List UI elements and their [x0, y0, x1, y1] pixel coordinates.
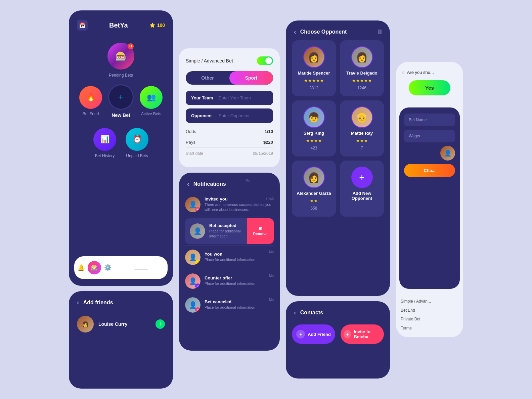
options-icon[interactable]: ⁞⁞	[378, 28, 382, 36]
notif-content-3: Counter offer Place for additional infor…	[205, 275, 274, 286]
toggle-label: Simple / Advanced Bet	[186, 58, 233, 63]
active-bets-label: Active Bets	[141, 112, 161, 116]
bottom-circles: 📊 Bet History ⏰ Unpaid Bets	[93, 128, 148, 158]
opponent-score-maude: 3312	[309, 86, 318, 90]
notification-bet-canceled[interactable]: 👤 ✕ Bet canceled Place for additional in…	[179, 293, 280, 317]
notifications-card: ‹ Notifications 👤 ✉ Invited you There ar…	[179, 173, 280, 351]
active-bets-section: 👥 Active Bets	[140, 86, 163, 116]
opponent-alexander[interactable]: 👩 Alexander Garza ★★ 658	[292, 161, 336, 217]
notif-title-2: You won	[205, 252, 274, 257]
pays-label: Pays	[186, 140, 195, 145]
main-grid: 🎰 +9 Pending Bets 🔥 Bet Feed + New Bet	[69, 36, 173, 253]
wager-label: Wager	[409, 134, 420, 138]
opponent-maude[interactable]: 👩 Maude Spencer ★★★★★ 3312	[292, 40, 336, 96]
opponent-field[interactable]: Opponent Enter Opponent	[186, 108, 273, 123]
your-team-field[interactable]: Your Team Enter Your Team	[186, 91, 273, 105]
tab-settings[interactable]: ⚙️	[101, 261, 115, 274]
notif-title-1: Bet accepted	[209, 223, 242, 228]
choose-opponent-card: ‹ Choose Opponent ⁞⁞ 👩 Maude Spencer ★★★…	[286, 20, 390, 296]
tab-sport[interactable]: Sport	[229, 71, 273, 85]
notif-avatar-4: 👤 ✕	[185, 297, 201, 313]
settings-item-2: Private Bet	[401, 315, 458, 323]
contacts-title: Contacts	[300, 310, 323, 316]
notification-you-won[interactable]: 👤 🏆 You won Place for additional informa…	[179, 246, 280, 269]
opponent-mattie[interactable]: 👴 Mattie Ray ★★★ 7	[340, 100, 384, 157]
notifications-header: ‹ Notifications	[179, 173, 280, 192]
settings-item-3: Terms	[401, 324, 458, 332]
opponent-travis[interactable]: 👩 Travis Delgado ★★★★★ 1246	[340, 40, 384, 96]
opponent-serg[interactable]: 👦 Serg King ★★★★ 423	[292, 100, 336, 157]
right-back-button[interactable]: ‹	[402, 69, 404, 76]
notif-badge-0: ✉	[195, 207, 201, 212]
notif-avatar-2: 👤 🏆	[185, 250, 201, 265]
opponent-grid: 👩 Maude Spencer ★★★★★ 3312 👩 Travis Delg…	[286, 40, 390, 217]
remove-action[interactable]: 🗑 Remove	[247, 218, 274, 244]
notification-counter-offer[interactable]: 👤 ↩ Counter offer Place for additional i…	[179, 269, 280, 293]
notifications-title: Notifications	[193, 181, 226, 187]
add-friends-title: Add friends	[83, 300, 113, 306]
active-bets-button[interactable]: 👥	[140, 86, 163, 109]
opponent-stars-travis: ★★★★★	[352, 78, 372, 83]
notif-time-3: Mn	[269, 274, 274, 278]
change-button[interactable]: Cha...	[404, 164, 455, 177]
invite-icon: +	[344, 330, 351, 339]
notif-text-1: Place for additional information	[209, 229, 242, 239]
bet-name-label: Bet Name	[409, 118, 427, 122]
wager-field[interactable]: Wager	[404, 130, 455, 142]
tab-home-active[interactable]: 🎰	[88, 261, 101, 274]
middle-column: Simple / Advanced Bet Other Sport Your T…	[179, 48, 280, 351]
notif-avatar-1: 👤	[190, 223, 205, 239]
right-panel-bottom: Bet Name Wager 👤 Cha...	[399, 107, 460, 289]
toggle-switch[interactable]	[257, 56, 273, 65]
add-friend-button[interactable]: + Add Friend	[292, 324, 335, 344]
opponent-score-alexander: 658	[310, 206, 317, 211]
tab-bar: 🔔 🎰 ⚙️	[74, 256, 168, 279]
bet-feed-section: 🔥 Bet Feed	[79, 86, 102, 116]
notif-badge-3: ↩	[195, 283, 201, 289]
add-friend-icon: +	[296, 330, 305, 339]
unpaid-bets-label: Unpaid Bets	[126, 153, 148, 158]
opponent-name-travis: Travis Delgado	[346, 71, 377, 76]
notification-invited[interactable]: 👤 ✉ Invited you There are numerous succe…	[179, 192, 280, 217]
odds-row: Odds 1/10	[186, 126, 273, 137]
bet-feed-button[interactable]: 🔥	[79, 86, 102, 109]
add-friend-button[interactable]: +	[156, 319, 165, 329]
notif-text-4: Place for additional information	[205, 305, 274, 310]
bet-name-field[interactable]: Bet Name	[404, 114, 455, 126]
tab-other[interactable]: Other	[186, 71, 229, 85]
invite-button[interactable]: + Invite to Betcha	[341, 324, 384, 344]
notif-avatar-3: 👤 ↩	[185, 273, 201, 289]
tab-pills: Other Sport	[186, 71, 273, 85]
notif-content-0: Invited you There are numerous success s…	[205, 196, 274, 213]
friend-avatar: 👩	[77, 316, 94, 332]
new-bet-button[interactable]: +	[108, 84, 134, 110]
add-opponent-button[interactable]: +	[351, 167, 373, 188]
tab-notifications[interactable]: 🔔	[74, 261, 88, 274]
notif-title-4: Bet canceled	[205, 299, 274, 304]
pending-bets-button[interactable]: 🎰 +9	[107, 43, 134, 70]
notif-content-4: Bet canceled Place for additional inform…	[205, 299, 274, 310]
opponent-label: Opponent	[191, 113, 215, 118]
new-bet-section: + New Bet	[108, 84, 134, 118]
yes-button[interactable]: Yes	[409, 80, 450, 95]
middle-row: 🔥 Bet Feed + New Bet 👥 Active Bets	[79, 84, 163, 118]
notif-time-0: 11:46	[265, 197, 274, 201]
calendar-icon[interactable]: 📅	[77, 20, 88, 31]
add-friends-back-button[interactable]: ‹	[77, 299, 79, 306]
pays-value: $220	[263, 140, 273, 145]
add-opponent-card[interactable]: + Add New Opponent	[340, 161, 384, 217]
notification-bet-accepted[interactable]: 👤 Bet accepted Place for additional info…	[185, 218, 274, 244]
contacts-header: ‹ Contacts	[286, 301, 390, 321]
opponent-name-alexander: Alexander Garza	[297, 191, 331, 196]
bet-history-button[interactable]: 📊	[93, 128, 116, 151]
notif-text-0: There are numerous success stories you w…	[205, 202, 274, 213]
unpaid-bets-button[interactable]: ⏰	[126, 128, 148, 151]
right-settings: Simple / Advan... Bet End Private Bet Te…	[396, 292, 463, 337]
contacts-back-button[interactable]: ‹	[294, 309, 296, 316]
opponent-back-button[interactable]: ‹	[294, 28, 296, 36]
settings-item-0: Simple / Advan...	[401, 297, 458, 306]
star-icon: ⭐	[149, 23, 155, 28]
notifications-back-button[interactable]: ‹	[187, 180, 189, 188]
right-panel-header: ‹ Are you shu...	[402, 69, 457, 76]
avatar-section: 👤	[404, 146, 455, 161]
